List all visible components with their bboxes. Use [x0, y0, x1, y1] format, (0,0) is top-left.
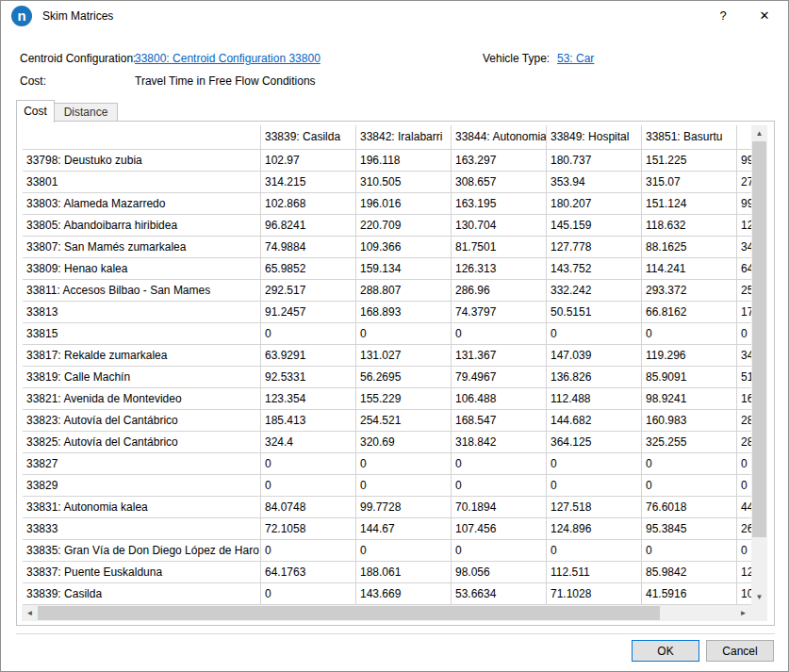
matrix-cell[interactable]: 143.752 — [547, 258, 642, 280]
column-header[interactable]: 33849: Hospital — [547, 125, 642, 150]
matrix-cell[interactable]: 70.1894 — [452, 497, 547, 518]
matrix-cell[interactable]: 155.229 — [356, 388, 452, 410]
matrix-cell[interactable]: 0 — [737, 323, 751, 345]
matrix-cell[interactable]: 10 — [737, 583, 751, 605]
row-header[interactable]: 33813 — [23, 302, 261, 323]
table-row[interactable]: 33798: Deustuko zubia102.97196.118163.29… — [23, 150, 751, 172]
tab-cost[interactable]: Cost — [16, 100, 55, 123]
matrix-cell[interactable]: 81.7501 — [452, 237, 547, 258]
matrix-cell[interactable]: 180.207 — [547, 193, 642, 215]
matrix-cell[interactable]: 308.657 — [452, 172, 547, 193]
matrix-cell[interactable]: 112.511 — [547, 562, 642, 583]
matrix-cell[interactable]: 72.1058 — [261, 518, 356, 540]
matrix-cell[interactable]: 0 — [261, 540, 356, 562]
matrix-cell[interactable]: 0 — [642, 453, 737, 475]
matrix-cell[interactable]: 17 — [737, 302, 751, 323]
table-row[interactable]: 3381391.2457168.89374.379750.515166.8162… — [23, 302, 751, 323]
row-header[interactable]: 33819: Calle Machín — [23, 367, 261, 388]
matrix-cell[interactable]: 168.893 — [356, 302, 452, 323]
matrix-cell[interactable]: 185.413 — [261, 410, 356, 432]
table-row[interactable]: 33815000000 — [23, 323, 751, 345]
matrix-cell[interactable]: 64.1763 — [261, 562, 356, 583]
matrix-cell[interactable]: 196.016 — [356, 193, 452, 215]
matrix-cell[interactable]: 310.505 — [356, 172, 452, 193]
matrix-cell[interactable]: 25 — [737, 280, 751, 302]
row-header[interactable]: 33811: Accesos Bilbao - San Mames — [23, 280, 261, 302]
matrix-cell[interactable]: 126.313 — [452, 258, 547, 280]
table-row[interactable]: 33831: Autonomia kalea84.074899.772870.1… — [23, 497, 751, 518]
matrix-cell[interactable]: 0 — [737, 540, 751, 562]
matrix-cell[interactable]: 88.1625 — [642, 237, 737, 258]
tab-distance[interactable]: Distance — [54, 103, 118, 121]
matrix-cell[interactable]: 98.9241 — [642, 388, 737, 410]
matrix-cell[interactable]: 196.118 — [356, 150, 452, 172]
matrix-cell[interactable]: 95.3845 — [642, 518, 737, 540]
table-row[interactable]: 33821: Avenida de Montevideo123.354155.2… — [23, 388, 751, 410]
close-button[interactable]: ✕ — [748, 1, 781, 31]
vertical-scrollbar[interactable]: ▲ ▼ — [751, 125, 767, 605]
matrix-cell[interactable]: 0 — [356, 475, 452, 497]
matrix-cell[interactable]: 332.242 — [547, 280, 642, 302]
matrix-cell[interactable]: 74.9884 — [261, 237, 356, 258]
matrix-cell[interactable]: 85.9842 — [642, 562, 737, 583]
matrix-cell[interactable]: 66.8162 — [642, 302, 737, 323]
row-header[interactable]: 33831: Autonomia kalea — [23, 497, 261, 518]
matrix-cell[interactable]: 147.039 — [547, 345, 642, 367]
matrix-cell[interactable]: 159.134 — [356, 258, 452, 280]
row-header[interactable]: 33835: Gran Vía de Don Diego López de Ha… — [23, 540, 261, 562]
row-header[interactable]: 33803: Alameda Mazarredo — [23, 193, 261, 215]
matrix-cell[interactable]: 124.896 — [547, 518, 642, 540]
matrix-cell[interactable]: 254.521 — [356, 410, 452, 432]
matrix-cell[interactable]: 0 — [452, 323, 547, 345]
table-row[interactable]: 33837: Puente Euskalduna64.1763188.06198… — [23, 562, 751, 583]
matrix-cell[interactable]: 99 — [737, 150, 751, 172]
table-row[interactable]: 33817: Rekalde zumarkalea63.9291131.0271… — [23, 345, 751, 367]
row-header[interactable]: 33825: Autovía del Cantábrico — [23, 432, 261, 453]
matrix-cell[interactable]: 0 — [356, 323, 452, 345]
matrix-cell[interactable]: 0 — [261, 453, 356, 475]
table-row[interactable]: 33803: Alameda Mazarredo102.868196.01616… — [23, 193, 751, 215]
ok-button[interactable]: OK — [632, 640, 699, 662]
centroid-configuration-link[interactable]: 33800: Centroid Configuration 33800 — [135, 52, 321, 65]
matrix-cell[interactable]: 0 — [642, 475, 737, 497]
table-row[interactable]: 33829000000 — [23, 475, 751, 497]
matrix-cell[interactable]: 144.682 — [547, 410, 642, 432]
row-header[interactable]: 33801 — [23, 172, 261, 193]
matrix-cell[interactable]: 320.69 — [356, 432, 452, 453]
matrix-cell[interactable]: 44 — [737, 497, 751, 518]
matrix-cell[interactable]: 131.367 — [452, 345, 547, 367]
scroll-up-icon[interactable]: ▲ — [751, 125, 767, 141]
matrix-cell[interactable]: 50.5151 — [547, 302, 642, 323]
matrix-cell[interactable]: 0 — [452, 475, 547, 497]
matrix-cell[interactable]: 364.125 — [547, 432, 642, 453]
matrix-cell[interactable]: 16 — [737, 388, 751, 410]
matrix-cell[interactable]: 160.983 — [642, 410, 737, 432]
matrix-cell[interactable]: 131.027 — [356, 345, 452, 367]
matrix-cell[interactable]: 109.366 — [356, 237, 452, 258]
matrix-cell[interactable]: 315.07 — [642, 172, 737, 193]
row-header[interactable]: 33815 — [23, 323, 261, 345]
help-button[interactable]: ? — [707, 1, 739, 31]
matrix-cell[interactable]: 0 — [547, 475, 642, 497]
matrix-cell[interactable]: 41.5916 — [642, 583, 737, 605]
row-header[interactable]: 33837: Puente Euskalduna — [23, 562, 261, 583]
table-row[interactable]: 33809: Henao kalea65.9852159.134126.3131… — [23, 258, 751, 280]
scroll-right-icon[interactable]: ► — [735, 605, 751, 621]
matrix-cell[interactable]: 0 — [356, 540, 452, 562]
matrix-cell[interactable]: 28 — [737, 432, 751, 453]
matrix-cell[interactable]: 180.737 — [547, 150, 642, 172]
matrix-cell[interactable]: 188.061 — [356, 562, 452, 583]
matrix-cell[interactable]: 0 — [547, 323, 642, 345]
matrix-cell[interactable]: 102.97 — [261, 150, 356, 172]
matrix-cell[interactable]: 127.518 — [547, 497, 642, 518]
matrix-cell[interactable]: 144.67 — [356, 518, 452, 540]
horizontal-scrollbar-thumb[interactable] — [38, 606, 660, 620]
matrix-cell[interactable]: 143.669 — [356, 583, 452, 605]
matrix-cell[interactable]: 325.255 — [642, 432, 737, 453]
row-header[interactable]: 33833 — [23, 518, 261, 540]
row-header[interactable]: 33823: Autovía del Cantábrico — [23, 410, 261, 432]
row-header[interactable]: 33817: Rekalde zumarkalea — [23, 345, 261, 367]
matrix-cell[interactable]: 0 — [452, 453, 547, 475]
matrix-cell[interactable]: 127.778 — [547, 237, 642, 258]
matrix-cell[interactable]: 65.9852 — [261, 258, 356, 280]
